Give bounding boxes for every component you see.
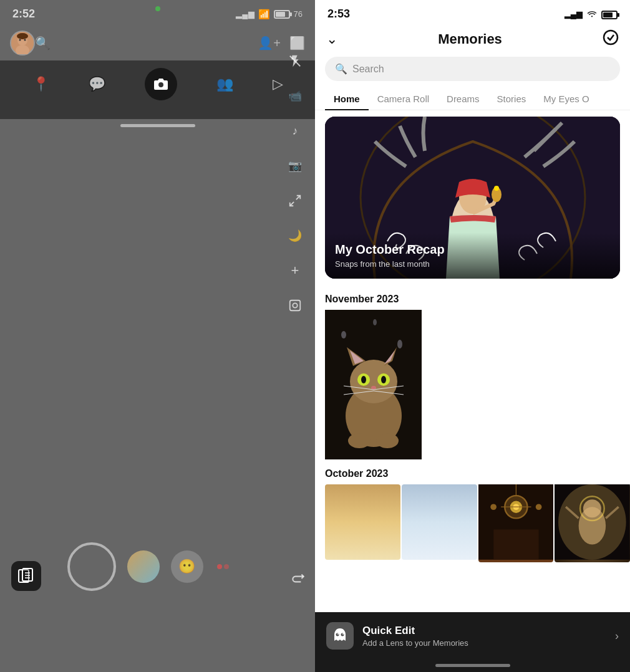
camera-nav-button[interactable]: [145, 68, 177, 100]
status-dot: [155, 6, 160, 11]
svg-point-24: [341, 331, 346, 338]
screenshot-icon[interactable]: [284, 294, 306, 317]
right-wifi-icon: [586, 9, 598, 19]
quick-edit-subtitle: Add a Lens to your Memories: [362, 638, 606, 648]
svg-point-29: [350, 360, 397, 403]
svg-point-3: [19, 39, 21, 41]
video-icon[interactable]: 📹: [284, 85, 306, 107]
search-input[interactable]: Search: [352, 64, 384, 75]
quick-edit-title: Quick Edit: [362, 625, 606, 637]
october-label: October 2023: [315, 459, 630, 484]
right-toolbar: 📹 ♪ 📷 🌙 +: [284, 50, 306, 317]
left-bottom-nav: 📍 💬 👥 ▷: [0, 60, 315, 119]
messages-icon[interactable]: 💬: [89, 76, 105, 92]
camera-icon: [153, 77, 168, 92]
camera-controls: 😶: [67, 542, 248, 591]
battery-icon: [274, 9, 290, 19]
temple-svg-1: [478, 484, 554, 560]
left-time: 2:52: [12, 7, 35, 21]
flash-off-icon[interactable]: [284, 50, 306, 72]
svg-point-44: [376, 433, 399, 448]
memories-title: Memories: [438, 31, 502, 47]
right-home-indicator: [435, 664, 510, 667]
hero-subtitle: Snaps from the last month: [335, 259, 610, 269]
svg-point-14: [158, 82, 163, 87]
capture-button[interactable]: [67, 542, 116, 591]
quick-edit-icon: [326, 622, 354, 650]
avatar-svg: [11, 32, 34, 54]
right-battery-icon: [601, 9, 618, 19]
lens-more: [217, 551, 248, 582]
battery-pct: 76: [294, 9, 303, 19]
svg-point-26: [397, 340, 402, 348]
avatar[interactable]: [10, 31, 35, 55]
left-top-nav: 🔍 👤+ ⬜: [0, 26, 315, 60]
svg-rect-7: [290, 300, 301, 311]
quick-edit-chevron-icon[interactable]: ›: [615, 630, 619, 643]
svg-rect-46: [493, 529, 538, 559]
hero-title: My October Recap: [335, 242, 610, 257]
svg-point-4: [24, 39, 26, 41]
svg-rect-10: [22, 569, 32, 581]
lens-bubble-1[interactable]: [127, 550, 160, 583]
svg-point-53: [535, 504, 541, 510]
right-signal-icon: ▂▄▆: [565, 9, 583, 19]
rotate-icon[interactable]: [290, 571, 306, 591]
memories-svg: [17, 567, 35, 585]
svg-point-43: [348, 433, 371, 448]
october-grid: [325, 484, 620, 560]
add-friend-icon[interactable]: 👤+: [258, 36, 281, 50]
camera-flip-icon[interactable]: 📷: [284, 155, 306, 177]
svg-point-15: [604, 31, 618, 44]
cat-svg: [325, 310, 422, 459]
svg-point-38: [371, 386, 376, 390]
check-icon[interactable]: [603, 29, 619, 49]
svg-point-62: [341, 633, 344, 636]
bitmoji-icon[interactable]: ⬜: [289, 36, 305, 50]
tab-stories[interactable]: Stories: [488, 89, 535, 110]
hero-card[interactable]: My October Recap Snaps from the last mon…: [325, 117, 620, 279]
svg-point-64: [342, 633, 344, 635]
tab-dreams[interactable]: Dreams: [438, 89, 488, 110]
content-area: My October Recap Snaps from the last mon…: [315, 110, 630, 672]
left-search-icon[interactable]: 🔍: [35, 36, 51, 50]
november-label: November 2023: [315, 285, 630, 310]
avatar-face: [11, 32, 34, 54]
svg-point-25: [373, 319, 377, 325]
cat-photo[interactable]: [325, 310, 422, 459]
svg-point-36: [361, 376, 366, 383]
friends-icon[interactable]: 👥: [216, 76, 233, 92]
right-time: 2:53: [327, 7, 350, 21]
music-icon[interactable]: ♪: [284, 120, 306, 142]
left-status-bar: 2:52 ▂▄▆ 📶 76: [0, 0, 315, 26]
night-mode-icon[interactable]: 🌙: [284, 224, 306, 247]
add-icon[interactable]: +: [284, 259, 306, 282]
play-icon[interactable]: ▷: [273, 76, 283, 92]
svg-point-63: [337, 633, 339, 635]
quick-edit-banner[interactable]: Quick Edit Add a Lens to your Memories ›: [315, 612, 630, 672]
oct-thumb-4[interactable]: [555, 484, 630, 562]
tab-home[interactable]: Home: [325, 89, 369, 110]
oct-thumb-3[interactable]: [478, 484, 554, 562]
signal-icon: ▂▄▆: [236, 9, 254, 19]
back-chevron-icon[interactable]: ⌄: [326, 31, 337, 47]
location-icon[interactable]: 📍: [32, 76, 49, 92]
search-bar[interactable]: 🔍 Search: [325, 57, 620, 81]
oct-thumb-1[interactable]: [325, 484, 400, 560]
right-status-bar: 2:53 ▂▄▆: [315, 0, 630, 26]
quick-edit-svg: [330, 626, 350, 646]
right-panel: 2:53 ▂▄▆ ⌄ Memories 🔍 Search Home Camera: [315, 0, 630, 672]
lens-bubble-ghost[interactable]: 😶: [171, 550, 203, 583]
oct-thumb-2[interactable]: [402, 484, 477, 560]
svg-point-57: [583, 499, 601, 517]
left-home-indicator: [120, 124, 195, 127]
tab-camera-roll[interactable]: Camera Roll: [369, 89, 438, 110]
expand-icon[interactable]: [284, 190, 306, 212]
temple-svg-2: [555, 484, 630, 560]
right-status-icons: ▂▄▆: [565, 9, 618, 19]
tab-my-eyes-only[interactable]: My Eyes O: [535, 89, 598, 110]
memories-icon[interactable]: [11, 561, 41, 591]
svg-point-5: [17, 33, 28, 39]
svg-point-8: [293, 303, 297, 307]
wifi-icon: 📶: [258, 9, 270, 20]
